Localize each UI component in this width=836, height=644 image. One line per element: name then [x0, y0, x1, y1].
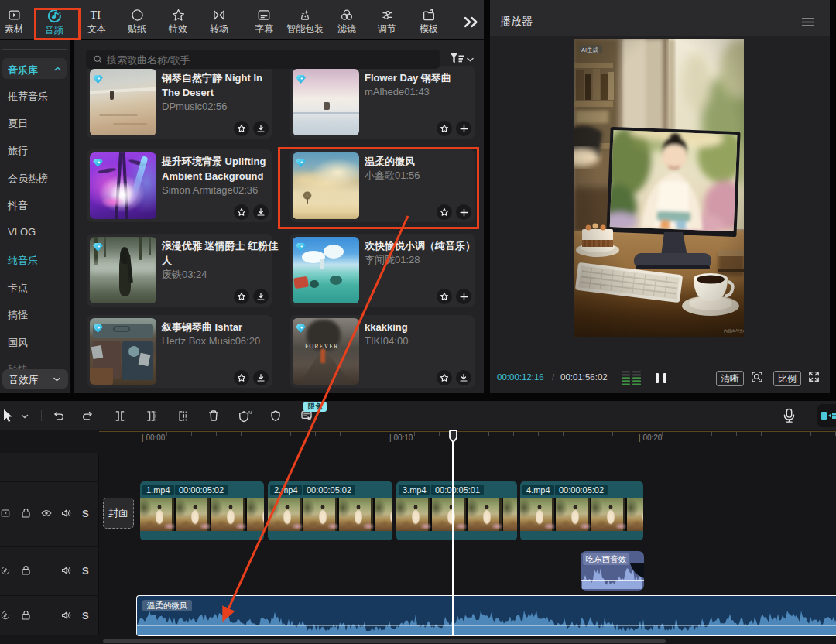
svg-text:内容由AI生成: 内容由AI生成: [724, 328, 744, 333]
svg-text:TI: TI: [91, 9, 101, 21]
svg-text:AI: AI: [248, 410, 252, 415]
svg-text:AI生成: AI生成: [581, 46, 599, 53]
